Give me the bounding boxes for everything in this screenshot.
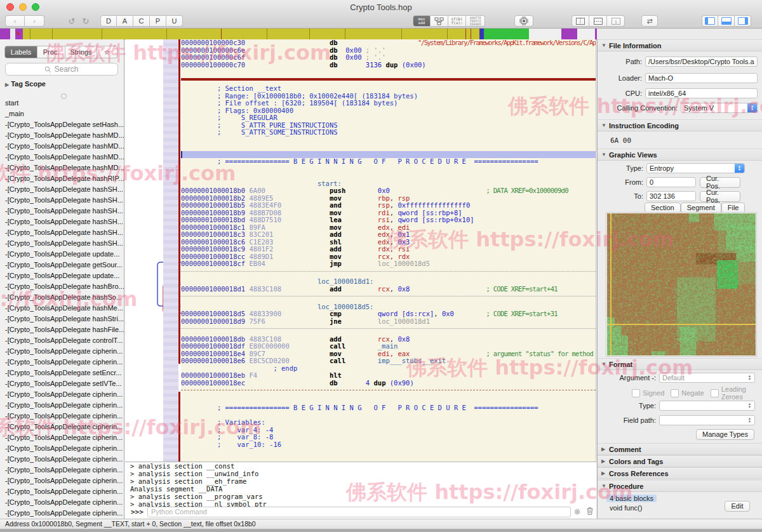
section-header-comment[interactable]: ▶Comment bbox=[598, 443, 762, 455]
transform-button-c[interactable]: C bbox=[133, 15, 150, 27]
edit-procedure-button[interactable]: Edit bbox=[725, 501, 750, 512]
sidebar-label-item[interactable]: -[Crypto_ToolsAppDelegate cipherin... bbox=[0, 475, 124, 486]
section-header-format[interactable]: ▼Format bbox=[598, 358, 762, 370]
tab-strings[interactable]: Strings bbox=[65, 46, 97, 58]
mode-hex-button[interactable]: 406F78786572284469 bbox=[466, 15, 485, 27]
tag-scope-header[interactable]: ▶Tag Scope bbox=[5, 80, 46, 88]
redo-button[interactable]: ↻ bbox=[79, 15, 93, 27]
disasm-line[interactable]: 0000000100000c70 db 3136 dup (0x00) bbox=[181, 62, 596, 69]
calling-convention-dropdown[interactable]: System V▲▼ bbox=[681, 103, 758, 113]
toggle-bottom-pane-button[interactable] bbox=[718, 15, 735, 27]
disasm-blank-line[interactable] bbox=[181, 448, 596, 456]
trash-icon[interactable] bbox=[584, 507, 596, 517]
disasm-separator[interactable] bbox=[181, 390, 596, 397]
loader-field[interactable]: Mach-O bbox=[645, 73, 758, 83]
section-header-procedure[interactable]: ▼Procedure bbox=[598, 480, 762, 492]
sidebar-label-item[interactable]: -[Crypto_ToolsAppDelegate hashSH... bbox=[0, 227, 124, 238]
search-field[interactable]: Search bbox=[5, 63, 118, 76]
checkbox-signed[interactable]: Signed bbox=[632, 389, 664, 397]
transform-button-p[interactable]: P bbox=[150, 15, 166, 27]
sidebar-label-item[interactable]: -[Crypto_ToolsAppDelegate hashMD... bbox=[0, 152, 124, 163]
navigation-minimap[interactable]: ↘ bbox=[0, 29, 762, 40]
split-horizontal-button[interactable] bbox=[589, 15, 607, 27]
sidebar-label-item[interactable]: -[Crypto_ToolsAppDelegate cipherin... bbox=[0, 508, 124, 519]
range-file-button[interactable]: File bbox=[721, 203, 745, 213]
tab-[interactable]: ☆ bbox=[97, 46, 117, 58]
sidebar-label-item[interactable]: -[Crypto_ToolsAppDelegate hashSH... bbox=[0, 216, 124, 227]
disasm-blank-line[interactable] bbox=[181, 69, 596, 76]
disasm-line[interactable]: ; var_10: -16 bbox=[181, 441, 596, 449]
sidebar-label-item[interactable]: -[Crypto_ToolsAppDelegate cipherin... bbox=[0, 400, 124, 411]
sidebar-label-item[interactable]: -[Crypto_ToolsAppDelegate setIVTe... bbox=[0, 378, 124, 389]
disasm-line[interactable]: 00000001000018d1 4883C108 add rcx, 0x8 ;… bbox=[181, 286, 596, 293]
sidebar-label-item[interactable]: -[Crypto_ToolsAppDelegate hashSH... bbox=[0, 238, 124, 249]
sidebar-label-item[interactable]: -[Crypto_ToolsAppDelegate hashFile... bbox=[0, 324, 124, 335]
sidebar-label-item[interactable]: -[Crypto_ToolsAppDelegate update... bbox=[0, 249, 124, 260]
sidebar-label-item[interactable]: -[Crypto_ToolsAppDelegate hashBro... bbox=[0, 281, 124, 292]
section-header-colors-and-tags[interactable]: ▶Colors and Tags bbox=[598, 455, 762, 467]
sidebar-label-item[interactable]: -[Crypto_ToolsAppDelegate setEncr... bbox=[0, 368, 124, 378]
section-header-cross-references[interactable]: ▶Cross References bbox=[598, 467, 762, 479]
tab-labels[interactable]: Labels bbox=[4, 46, 37, 58]
graphic-type-dropdown[interactable]: Entropy▲▼ bbox=[646, 163, 745, 173]
sidebar-label-item[interactable]: -[Crypto_ToolsAppDelegate hashRIP... bbox=[0, 173, 124, 184]
undo-button[interactable]: ↺ bbox=[65, 15, 79, 27]
disasm-blank-line[interactable] bbox=[181, 136, 596, 144]
disasm-line[interactable]: ; S_ATTR_SOME_INSTRUCTIONS bbox=[181, 129, 596, 136]
tab-proc[interactable]: Proc. bbox=[37, 46, 65, 58]
python-command-input[interactable]: Python Command bbox=[147, 507, 571, 517]
disasm-line[interactable]: 00000001000018cf EB04 jmp loc_1000018d5 bbox=[181, 260, 596, 268]
checkbox-leading-zeroes[interactable]: Leading Zeroes bbox=[711, 385, 756, 401]
format-type-dropdown[interactable]: ▲▼ bbox=[659, 401, 755, 411]
sidebar-label-item[interactable]: -[Crypto_ToolsAppDelegate cipherin... bbox=[0, 454, 124, 465]
sidebar-label-item[interactable]: -[Crypto_ToolsAppDelegate hashSo... bbox=[0, 292, 124, 303]
sidebar-label-item[interactable]: -[Crypto_ToolsAppDelegate cipherin... bbox=[0, 443, 124, 454]
from-cur-pos-button[interactable]: Cur. Pos. bbox=[700, 177, 740, 188]
path-field[interactable]: /Users/bsr/Desktop/Crypto Tools.a bbox=[645, 57, 758, 67]
sidebar-label-item[interactable]: -[Crypto_ToolsAppDelegate hashMD... bbox=[0, 163, 124, 173]
cpu-field[interactable]: intel/x86_64 bbox=[645, 88, 758, 98]
sidebar-label-item[interactable]: -[Crypto_ToolsAppDelegate cipherin... bbox=[0, 497, 124, 508]
sidebar-label-item[interactable]: -[Crypto_ToolsAppDelegate hashSH... bbox=[0, 195, 124, 206]
manage-types-button[interactable]: Manage Types bbox=[696, 429, 754, 440]
sidebar-label-item[interactable]: -[Crypto_ToolsAppDelegate setHash... bbox=[0, 119, 124, 130]
sidebar-label-item[interactable]: -[Crypto_ToolsAppDelegate hashStri... bbox=[0, 314, 124, 324]
field-path-dropdown[interactable]: ▲▼ bbox=[659, 415, 755, 425]
transfer-button[interactable]: ⇄ bbox=[641, 15, 658, 27]
sidebar-label-item[interactable]: -[Crypto_ToolsAppDelegate cipherin... bbox=[0, 357, 124, 368]
sidebar-label-item[interactable]: -[Crypto_ToolsAppDelegate cipherin... bbox=[0, 465, 124, 475]
disassembly-view[interactable]: 0000000100000c30 db "/System/Library/Fra… bbox=[181, 39, 596, 462]
sidebar-label-item[interactable]: -[Crypto_ToolsAppDelegate getSour... bbox=[0, 260, 124, 270]
clear-input-icon[interactable]: ⊗ bbox=[571, 507, 584, 516]
sidebar-label-item[interactable]: -[Crypto_ToolsAppDelegate hashMe... bbox=[0, 303, 124, 314]
back-button[interactable]: ‹ bbox=[5, 15, 25, 27]
sidebar-label-item[interactable]: -[Crypto_ToolsAppDelegate update... bbox=[0, 270, 124, 281]
sidebar-label-item[interactable]: -[Crypto_ToolsAppDelegate cipherin... bbox=[0, 422, 124, 432]
section-header-file-information[interactable]: ▼File Information bbox=[598, 39, 762, 51]
to-field[interactable]: 302 136 bbox=[646, 191, 696, 201]
disasm-line[interactable]: 00000001000018ec db 4 dup (0x90) bbox=[181, 380, 596, 387]
transform-button-a[interactable]: A bbox=[117, 15, 133, 27]
split-vertical-button[interactable] bbox=[572, 15, 589, 27]
sidebar-label-item[interactable]: -[Crypto_ToolsAppDelegate cipherin... bbox=[0, 432, 124, 443]
section-header-graphic-views[interactable]: ▼Graphic Views bbox=[598, 149, 762, 161]
sidebar-label-item[interactable]: -[Crypto_ToolsAppDelegate hashMD... bbox=[0, 141, 124, 152]
toggle-right-pane-button[interactable] bbox=[735, 15, 751, 27]
mode-graph-button[interactable] bbox=[431, 15, 448, 27]
disasm-blank-line[interactable] bbox=[181, 456, 596, 462]
argument-dropdown[interactable]: Default▲▼ bbox=[659, 373, 755, 383]
single-view-button[interactable]: 1 bbox=[607, 15, 625, 27]
sidebar-label-item[interactable]: -[Crypto_ToolsAppDelegate hashSH... bbox=[0, 184, 124, 195]
transform-button-u[interactable]: U bbox=[166, 15, 183, 27]
disasm-line[interactable]: 00000001000018d9 75F6 jne loc_1000018d1 bbox=[181, 318, 596, 326]
disasm-blank-line[interactable] bbox=[181, 166, 596, 173]
sidebar-label-item[interactable]: -[Crypto_ToolsAppDelegate cipherin... bbox=[0, 411, 124, 422]
sidebar-label-item[interactable]: -[Crypto_ToolsAppDelegate cipherin... bbox=[0, 389, 124, 400]
sidebar-label-item[interactable]: _main bbox=[0, 109, 124, 119]
disasm-line[interactable]: ; ================ B E G I N N I N G O F… bbox=[181, 158, 596, 166]
section-header-instruction-encoding[interactable]: ▼Instruction Encoding bbox=[598, 119, 762, 131]
mode-assembly-button[interactable]: movadd bbox=[413, 15, 431, 27]
sidebar-label-item[interactable]: -[Crypto_ToolsAppDelegate cipherin... bbox=[0, 486, 124, 497]
forward-button[interactable]: › bbox=[25, 15, 44, 27]
from-field[interactable]: 0 bbox=[646, 177, 696, 187]
